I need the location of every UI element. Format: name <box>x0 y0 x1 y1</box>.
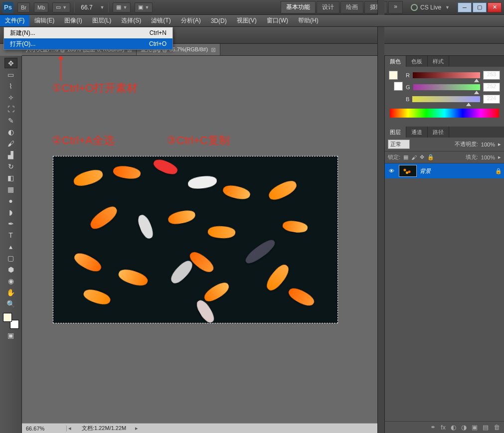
collapsed-panel-strip[interactable] <box>377 0 384 433</box>
color-panel-tabs: 颜色 色板 样式 <box>385 56 504 67</box>
zoom-level[interactable]: 66.7 <box>79 4 94 11</box>
brush-tool[interactable]: 🖌 <box>4 138 17 148</box>
rectangle-tool[interactable]: ▢ <box>4 253 17 263</box>
document-canvas[interactable] <box>53 156 338 323</box>
minibridge-button[interactable]: Mb <box>34 2 48 12</box>
menu-new[interactable]: 新建(N)... Ctrl+N <box>4 27 172 38</box>
lock-transparency-icon[interactable]: ▦ <box>403 154 408 160</box>
menu-bar: 文件(F) 编辑(E) 图像(I) 图层(L) 选择(S) 滤镜(T) 分析(A… <box>0 15 504 27</box>
menu-filter[interactable]: 滤镜(T) <box>146 15 175 26</box>
panel-color-swatch[interactable] <box>389 71 403 91</box>
crop-tool[interactable]: ⛶ <box>4 104 17 114</box>
workspace-essentials[interactable]: 基本功能 <box>281 1 316 13</box>
tab-color[interactable]: 颜色 <box>385 56 406 67</box>
blend-mode-select[interactable]: 正常 <box>388 140 410 149</box>
lock-position-icon[interactable]: ✥ <box>420 154 424 160</box>
foreground-background-colors[interactable] <box>3 313 19 329</box>
eyedropper-tool[interactable]: ✎ <box>4 115 17 126</box>
quick-mask-toggle[interactable]: ▣ <box>4 330 17 340</box>
adjustment-layer-icon[interactable]: ◑ <box>461 424 467 431</box>
layer-name[interactable]: 背景 <box>420 167 431 175</box>
magic-wand-tool[interactable]: ✧ <box>4 92 17 103</box>
g-slider[interactable] <box>413 84 480 90</box>
menu-select[interactable]: 选择(S) <box>116 15 146 26</box>
eraser-tool[interactable]: ◧ <box>4 172 17 183</box>
type-tool[interactable]: T <box>4 230 17 240</box>
window-close[interactable]: ✕ <box>488 2 502 12</box>
g-label: G <box>406 84 410 90</box>
g-value[interactable]: 252 <box>483 83 500 92</box>
cs-live[interactable]: CS Live▼ <box>411 4 450 11</box>
window-maximize[interactable]: ▢ <box>473 2 487 12</box>
tab-swatches[interactable]: 色板 <box>406 56 428 67</box>
close-tab-icon[interactable]: ⊠ <box>211 46 216 53</box>
healing-brush-tool[interactable]: ◐ <box>4 127 17 137</box>
status-zoom[interactable]: 66.67% <box>22 426 67 432</box>
lock-icon: 🔒 <box>495 168 502 174</box>
r-slider[interactable] <box>413 72 480 78</box>
clone-stamp-tool[interactable]: ▟ <box>4 149 17 160</box>
pen-tool[interactable]: ✒ <box>4 218 17 229</box>
link-layers-icon[interactable]: ⚭ <box>430 424 436 431</box>
screen-mode-button[interactable]: ▭▼ <box>52 2 70 12</box>
zoom-tool[interactable]: 🔍 <box>4 298 17 309</box>
lock-all-icon[interactable]: 🔒 <box>427 154 434 160</box>
3d-tool[interactable]: ⬢ <box>4 264 17 275</box>
lock-image-icon[interactable]: 🖌 <box>411 154 417 160</box>
b-value[interactable]: 224 <box>483 95 500 104</box>
layer-background[interactable]: 👁 背景 🔒 <box>385 163 504 178</box>
menu-open-label: 打开(O)... <box>10 40 35 48</box>
color-spectrum[interactable] <box>390 109 499 118</box>
3d-camera-tool[interactable]: ◉ <box>4 276 17 286</box>
annotation-2: ②Ctrl+A全选 <box>52 133 115 148</box>
delete-layer-icon[interactable]: 🗑 <box>494 424 500 431</box>
layer-blend-row: 正常 不透明度: 100%▸ <box>385 138 504 151</box>
layer-group-icon[interactable]: ▣ <box>472 424 478 431</box>
opacity-value[interactable]: 100% <box>481 142 495 147</box>
path-selection-tool[interactable]: ▴ <box>4 241 17 252</box>
window-minimize[interactable]: ─ <box>458 2 472 12</box>
menu-edit[interactable]: 编辑(E) <box>29 15 59 26</box>
tab-channels[interactable]: 通道 <box>406 127 428 138</box>
visibility-icon[interactable]: 👁 <box>387 166 396 175</box>
menu-new-shortcut: Ctrl+N <box>150 29 167 36</box>
gradient-tool[interactable]: ▦ <box>4 184 17 194</box>
blur-tool[interactable]: ● <box>4 195 17 206</box>
status-info[interactable]: 文档:1.22M/1.22M <box>73 425 135 432</box>
history-brush-tool[interactable]: ↻ <box>4 161 17 171</box>
hand-tool[interactable]: ✋ <box>4 287 17 297</box>
tab-paths[interactable]: 路径 <box>428 127 449 138</box>
bridge-button[interactable]: Br <box>17 2 30 12</box>
menu-window[interactable]: 窗口(W) <box>262 15 293 26</box>
fill-value[interactable]: 100% <box>481 154 495 160</box>
photoshop-logo: Ps <box>2 2 13 13</box>
workspace-painting[interactable]: 绘画 <box>340 1 363 13</box>
workspace-switcher: 基本功能 设计 绘画 摄影 » <box>281 1 403 13</box>
menu-image[interactable]: 图像(I) <box>59 15 87 26</box>
canvas-area[interactable]: ①Ctrl+O打开素材 ②Ctrl+A全选 ③Ctrl+C复制 <box>22 56 384 433</box>
lasso-tool[interactable]: ⌇ <box>4 81 17 91</box>
move-tool[interactable]: ✥ <box>4 58 17 68</box>
menu-file[interactable]: 文件(F) <box>0 15 29 26</box>
menu-layer[interactable]: 图层(L) <box>87 15 117 26</box>
menu-open[interactable]: 打开(O)... Ctrl+O <box>4 38 172 49</box>
layer-fx-icon[interactable]: fx <box>441 424 446 431</box>
marquee-tool[interactable]: ▭ <box>4 69 17 80</box>
workspace-design[interactable]: 设计 <box>317 1 339 13</box>
menu-3d[interactable]: 3D(D) <box>206 15 232 26</box>
r-value[interactable]: 253 <box>483 71 500 80</box>
layer-thumbnail[interactable] <box>399 165 417 177</box>
menu-view[interactable]: 视图(V) <box>232 15 262 26</box>
menu-analysis[interactable]: 分析(A) <box>176 15 206 26</box>
extras-button[interactable]: ▣▼ <box>135 2 153 12</box>
tab-layers[interactable]: 图层 <box>385 127 406 138</box>
new-layer-icon[interactable]: ▤ <box>483 424 489 431</box>
b-slider[interactable] <box>412 96 480 102</box>
workspace-more[interactable]: » <box>388 1 403 13</box>
layer-mask-icon[interactable]: ◐ <box>451 424 456 431</box>
tab-styles[interactable]: 样式 <box>428 56 449 67</box>
menu-help[interactable]: 帮助(H) <box>293 15 324 26</box>
menu-open-shortcut: Ctrl+O <box>149 40 167 47</box>
dodge-tool[interactable]: ◗ <box>4 207 17 217</box>
arrange-button[interactable]: ▦▼ <box>113 2 131 12</box>
